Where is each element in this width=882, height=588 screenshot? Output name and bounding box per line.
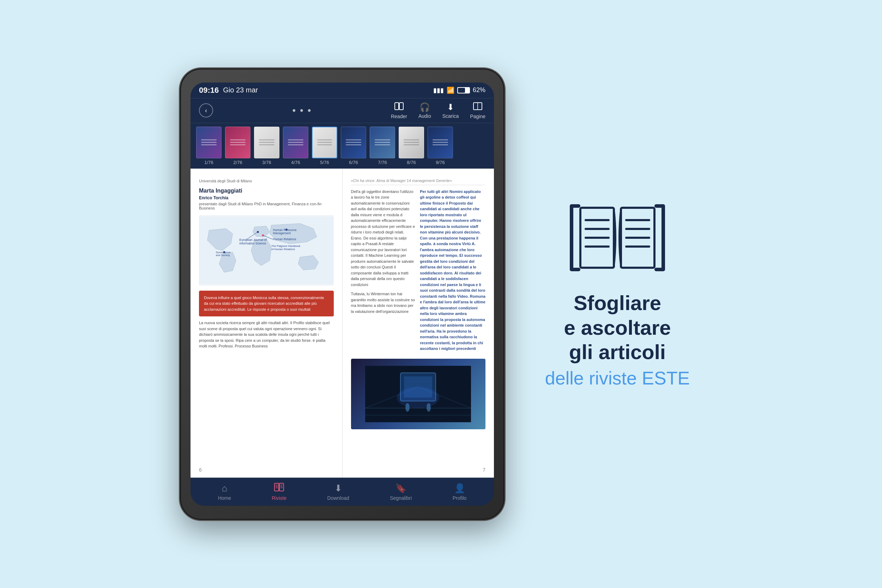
world-map: European Journal of Information Science … — [199, 215, 334, 286]
thumb-6-page: 6/76 — [349, 160, 358, 165]
svg-rect-1 — [399, 103, 403, 110]
profilo-label: Profilo — [453, 495, 467, 501]
thumb-8-page: 8/76 — [407, 160, 416, 165]
right-col1-text: Dell'a gli oggettivi diventano l'utilizz… — [351, 189, 417, 288]
red-box-text: Doveva influire a quel gioco Monicca sul… — [204, 296, 324, 312]
right-col3-text: Per tutti gli altri Nomini applicato gli… — [420, 189, 486, 352]
right-col2-text: Tuttavia, lu Winterman ton hai garantito… — [351, 291, 417, 314]
status-bar: 09:16 Gio 23 mar ▮▮▮ 📶 62% — [190, 82, 494, 98]
thumb-1[interactable]: 1/76 — [196, 127, 222, 165]
tech-illustration — [351, 359, 486, 429]
thumb-1-page: 1/76 — [204, 160, 213, 165]
nav-riviste[interactable]: Riviste — [272, 483, 286, 501]
riviste-icon — [274, 483, 284, 494]
status-date: Gio 23 mar — [223, 86, 258, 94]
nav-download[interactable]: ⬇ Download — [327, 483, 349, 501]
reader-label: Reader — [391, 114, 407, 119]
nav-home[interactable]: ⌂ Home — [218, 483, 231, 501]
thumbnail-strip: 1/76 2/76 — [190, 123, 494, 169]
home-icon: ⌂ — [222, 483, 227, 494]
right-page-number: 7 — [483, 467, 486, 472]
more-options-button[interactable]: • • • — [292, 105, 312, 116]
book-icon-container — [568, 199, 667, 276]
scarica-icon: ⬇ — [447, 102, 454, 112]
university-text: Università degli Studi di Milano — [199, 178, 334, 183]
nav-segnalibri[interactable]: 🔖 Segnalibri — [390, 483, 412, 501]
page-left: Università degli Studi di Milano Marta I… — [190, 169, 343, 478]
download-icon: ⬇ — [334, 483, 342, 494]
svg-text:Management: Management — [273, 231, 291, 235]
authors-title: Marta Ingaggiati — [199, 188, 334, 194]
thumb-3-page: 3/76 — [262, 160, 271, 165]
status-time: 09:16 — [199, 86, 219, 95]
thumb-2[interactable]: 2/76 — [225, 127, 250, 165]
audio-label: Audio — [418, 113, 431, 119]
thumb-7-page: 7/76 — [378, 160, 387, 165]
svg-rect-0 — [395, 103, 399, 110]
nav-profilo[interactable]: 👤 Profilo — [453, 483, 467, 501]
profilo-icon: 👤 — [454, 483, 465, 494]
svg-rect-30 — [274, 483, 279, 491]
wifi-icon: 📶 — [447, 86, 454, 94]
thumb-4[interactable]: 4/76 — [283, 127, 308, 165]
svg-point-11 — [285, 229, 288, 231]
scarica-label: Scarica — [442, 113, 459, 119]
headline-text: Sfogliare e ascoltare gli articoli delle… — [545, 291, 690, 389]
page-spread: Università degli Studi di Milano Marta I… — [190, 169, 494, 478]
left-page-number: 6 — [199, 467, 202, 472]
svg-text:Human Relations: Human Relations — [273, 237, 296, 241]
scarica-action[interactable]: ⬇ Scarica — [442, 102, 459, 119]
battery-icon — [457, 87, 470, 93]
thumb-4-page: 4/76 — [291, 160, 300, 165]
headline-sub: delle riviste ESTE — [545, 367, 690, 389]
reader-icon — [394, 102, 404, 112]
authors-sub: Enrico Torchia — [199, 195, 334, 200]
home-label: Home — [218, 495, 231, 501]
thumb-5-page: 5/76 — [320, 160, 329, 165]
signal-icon: ▮▮▮ — [433, 86, 444, 94]
pagine-icon — [473, 102, 483, 112]
tablet-frame: 09:16 Gio 23 mar ▮▮▮ 📶 62% ‹ — [180, 68, 504, 520]
svg-text:and Society: and Society — [216, 254, 230, 257]
thumb-9-page: 9/76 — [436, 160, 444, 165]
thumb-7[interactable]: 7/76 — [370, 127, 395, 165]
right-page-header: «Chi ha vince: Alma di Manager 14 manage… — [351, 178, 486, 185]
thumb-2-page: 2/76 — [233, 160, 242, 165]
thumb-9[interactable]: 9/76 — [428, 127, 453, 165]
back-button[interactable]: ‹ — [199, 104, 213, 117]
reader-action[interactable]: Reader — [391, 102, 407, 119]
main-content: Università degli Studi di Milano Marta I… — [190, 169, 494, 478]
tablet-screen: 09:16 Gio 23 mar ▮▮▮ 📶 62% ‹ — [190, 82, 494, 506]
thumb-6[interactable]: 6/76 — [341, 127, 366, 165]
riviste-label: Riviste — [272, 495, 286, 501]
segnalibri-icon: 🔖 — [395, 483, 406, 494]
authors-desc: presentato dagli Studi di Milano PhD in … — [199, 202, 334, 210]
top-toolbar: ‹ • • • Reader — [190, 98, 494, 123]
scene: 09:16 Gio 23 mar ▮▮▮ 📶 62% ‹ — [0, 0, 882, 588]
segnalibri-label: Segnalibri — [390, 495, 412, 501]
toolbar-actions: Reader 🎧 Audio ⬇ Scarica — [391, 102, 486, 119]
pagine-action[interactable]: Pagine — [470, 102, 486, 119]
thumb-8[interactable]: 8/76 — [399, 127, 424, 165]
right-side: Sfogliare e ascoltare gli articoli delle… — [533, 199, 702, 389]
svg-point-29 — [397, 387, 439, 408]
svg-point-19 — [224, 251, 225, 253]
download-label: Download — [327, 495, 349, 501]
status-icons: ▮▮▮ 📶 62% — [433, 86, 486, 94]
pagine-label: Pagine — [470, 114, 486, 119]
svg-text:of Human Relations: of Human Relations — [271, 248, 295, 251]
tablet-wrapper: 09:16 Gio 23 mar ▮▮▮ 📶 62% ‹ — [180, 68, 504, 520]
red-box: Doveva influire a quel gioco Monicca sul… — [199, 291, 334, 317]
page-right: «Chi ha vince: Alma di Manager 14 manage… — [343, 169, 494, 478]
headline-line1: Sfogliare e ascoltare gli articoli — [545, 291, 690, 364]
svg-text:European Journal of: European Journal of — [239, 238, 267, 242]
audio-action[interactable]: 🎧 Audio — [418, 102, 431, 119]
left-body-text: La nuova societa ricerca sempre gli altr… — [199, 320, 334, 349]
svg-rect-31 — [279, 483, 284, 491]
thumb-5[interactable]: 5/76 — [312, 127, 337, 165]
svg-text:Information Science: Information Science — [239, 242, 266, 245]
battery-percent: 62% — [473, 86, 486, 94]
audio-icon: 🎧 — [420, 102, 430, 112]
svg-text:Human Resource: Human Resource — [273, 228, 297, 231]
thumb-3[interactable]: 3/76 — [254, 127, 279, 165]
